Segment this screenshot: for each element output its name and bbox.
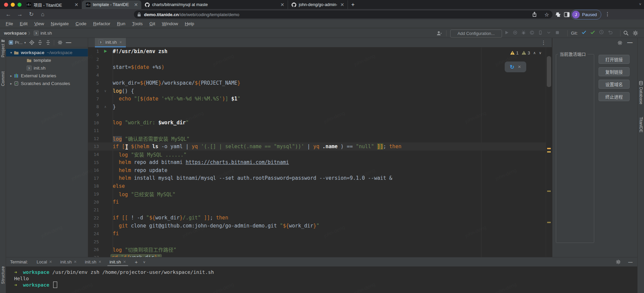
prev-problem-chevron-icon[interactable]: ∧ [533, 51, 536, 55]
add-configuration-button[interactable]: Add Configuration... [450, 30, 502, 38]
breadcrumb-root[interactable]: workspace [4, 31, 27, 36]
breadcrumb-file[interactable]: init.sh [40, 31, 52, 36]
git-history-button[interactable] [599, 30, 604, 35]
menu-tools[interactable]: Tools [129, 20, 146, 27]
tree-item-workspace[interactable]: ▾workspace~/workspace [6, 49, 88, 56]
code-line[interactable]: 15 helm repo add bitnami https://charts.… [88, 158, 552, 166]
terminal-tab[interactable]: init.sh✕ [56, 257, 81, 266]
menu-git[interactable]: Git [146, 20, 158, 27]
minimize-window-button[interactable] [11, 3, 15, 7]
editor-options-kebab-icon[interactable]: ⋮ [541, 40, 546, 46]
code-line[interactable]: 18else [88, 182, 552, 190]
close-terminal-tab-icon[interactable]: ✕ [74, 260, 77, 264]
close-terminal-tab-icon[interactable]: ✕ [49, 260, 52, 264]
panel-button-3[interactable]: 设置域名 [599, 80, 630, 89]
panel-button-2[interactable]: 复制链接 [599, 67, 630, 76]
code-line[interactable]: 21 [88, 206, 552, 214]
forward-icon[interactable]: → [14, 11, 26, 18]
code-editor[interactable]: 1#!/usr/bin/env zsh23start=$(date +%s)45… [88, 47, 552, 257]
close-tab-icon[interactable]: × [119, 40, 122, 45]
code-line[interactable]: 22if [[ ! -d "${work_dir}/.git" ]]; then [88, 214, 552, 222]
next-problem-chevron-icon[interactable]: ∨ [539, 51, 542, 55]
terminal-tabs-dropdown-icon[interactable]: ˅ [143, 260, 145, 264]
close-tab-icon[interactable]: ✕ [339, 2, 345, 7]
menu-run[interactable]: Run [114, 20, 129, 27]
code-line[interactable]: 24fi [88, 230, 552, 238]
panel-button-1[interactable]: 打开链接 [599, 55, 630, 64]
menu-help[interactable]: Help [182, 20, 197, 27]
browser-tab[interactable]: john-deng/go-admin-demo✕ [288, 0, 348, 9]
code-line[interactable]: 20fi [88, 198, 552, 206]
terminal-tab[interactable]: Local✕ [33, 257, 56, 266]
tree-item-scratches-and-consoles[interactable]: ▸Scratches and Consoles [6, 80, 88, 87]
code-line[interactable]: 1#!/usr/bin/env zsh [88, 47, 552, 55]
scrollbar-thumb[interactable] [547, 56, 551, 87]
git-rollback-button[interactable] [608, 30, 613, 35]
new-tab-icon[interactable]: + [351, 1, 355, 8]
fold-marker-icon[interactable]: ∧ [99, 105, 112, 109]
git-commit-button[interactable] [590, 30, 596, 35]
menu-code[interactable]: Code [72, 20, 89, 27]
terminal-settings-gear-icon[interactable] [616, 259, 621, 264]
code-line[interactable]: 17 helm install mysql bitnami/mysql --se… [88, 174, 552, 182]
more-run-options-icon[interactable] [546, 30, 551, 36]
bookmark-star-icon[interactable]: ☆ [544, 11, 549, 18]
code-line[interactable]: 9 [88, 111, 552, 119]
menu-file[interactable]: File [3, 20, 16, 27]
home-icon[interactable]: ⌂ [37, 11, 48, 18]
close-toast-icon[interactable]: ✕ [518, 65, 521, 69]
close-tab-icon[interactable]: ✕ [280, 2, 285, 7]
new-terminal-tab-icon[interactable]: + [135, 259, 138, 265]
stripe-warning-mark[interactable] [547, 148, 551, 149]
menu-view[interactable]: View [31, 20, 47, 27]
window-controls[interactable] [4, 3, 22, 7]
run-button[interactable] [504, 30, 509, 36]
terminal-tab[interactable]: init.sh✕ [105, 257, 130, 266]
project-view-selector[interactable]: Pr... ▾ [9, 40, 26, 45]
browser-tab[interactable]: ‹t›template - TitanIDE✕ [82, 0, 141, 9]
run-line-icon[interactable] [99, 49, 112, 53]
code-line[interactable]: 23 git clone git@github.com:john-deng/go… [88, 222, 552, 230]
terminal-output[interactable]: ➜ workspace /usr/bin/env zsh /home/proje… [14, 269, 214, 288]
editor-tab-init-sh[interactable]: ❯ init.sh × [95, 38, 126, 47]
tree-item-template[interactable]: template [6, 56, 88, 64]
stripe-warning-mark[interactable] [547, 191, 551, 192]
git-update-button[interactable] [581, 30, 587, 35]
code-line[interactable]: 12log "确认是否需要安装 MySQL" [88, 135, 552, 143]
inspection-widget[interactable]: 1 3 ∧ ∨ [510, 49, 542, 56]
stripe-tab-commit[interactable]: Commit [0, 71, 6, 86]
code-line[interactable]: 10log "work_dir: $work_dir" [88, 119, 552, 127]
code-line[interactable]: 19 log "已经安装 MySQL" [88, 190, 552, 198]
expand-all-icon[interactable] [38, 40, 42, 45]
code-line[interactable]: 3start=$(date +%s) [88, 63, 552, 71]
stripe-tab-structure[interactable]: Structure [0, 266, 6, 284]
side-panel-icon[interactable] [564, 12, 570, 17]
code-line[interactable]: 2 [88, 55, 552, 64]
code-line[interactable]: 14 log "安装 MySQL ......" [88, 151, 552, 159]
code-line[interactable]: 26log "切换到项目工作路径" [88, 246, 552, 254]
panel-button-4[interactable]: 终止进程 [599, 92, 630, 101]
hide-terminal-icon[interactable]: — [628, 259, 633, 264]
menu-refactor[interactable]: Refactor [90, 20, 113, 27]
menu-edit[interactable]: Edit [17, 20, 31, 27]
project-settings-gear-icon[interactable] [58, 40, 63, 45]
extensions-puzzle-icon[interactable] [555, 12, 561, 17]
close-terminal-tab-icon[interactable]: ✕ [123, 260, 126, 264]
search-everywhere-icon[interactable] [623, 30, 629, 36]
terminal-tab[interactable]: init.sh✕ [81, 257, 105, 266]
panel-settings-gear-icon[interactable] [617, 40, 622, 45]
debug-button[interactable] [521, 30, 526, 36]
code-line[interactable]: 5work_dir=${HOME}/workspace/${PROJECT_NA… [88, 79, 552, 87]
sync-notification-toast[interactable]: ↻ ✕ [505, 61, 526, 72]
share-icon[interactable] [532, 12, 537, 17]
address-bar[interactable]: demo.titanide.cn/ide/web/coding/template… [134, 10, 552, 18]
tree-item-init-sh[interactable]: ❯init.sh [6, 64, 88, 72]
menu-navigate[interactable]: Navigate [48, 20, 72, 27]
tree-chevron-icon[interactable]: ▾ [9, 51, 13, 54]
maximize-window-button[interactable] [17, 3, 22, 7]
tree-item-external-libraries[interactable]: ▸External Libraries [6, 72, 88, 80]
browser-menu-kebab-icon[interactable]: ⋮ [605, 11, 610, 17]
code-line[interactable]: 11 [88, 127, 552, 135]
hide-panel-icon[interactable]: — [627, 40, 633, 46]
close-window-button[interactable] [4, 3, 8, 7]
